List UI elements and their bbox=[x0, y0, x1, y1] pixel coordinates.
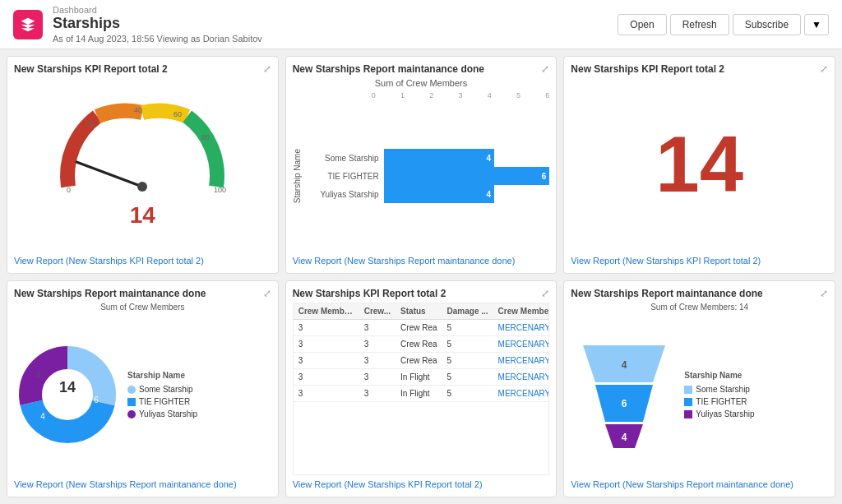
cell-status: In Flight bbox=[396, 385, 442, 401]
sum-label: Sum of Crew Members: 14 bbox=[571, 303, 828, 312]
card-title: New Starships Report maintanance done bbox=[571, 288, 820, 299]
cell-crew-member-n[interactable]: MERCENARY-00055 bbox=[493, 319, 550, 335]
legend-label-2: TIE FIGHTER bbox=[696, 397, 747, 406]
cell-status: Crew Rea bbox=[396, 352, 442, 368]
dashboard-label: Dashboard bbox=[53, 5, 262, 15]
gauge-chart: 0 20 40 60 80 100 bbox=[52, 100, 233, 199]
bar-track: 4 bbox=[384, 149, 550, 167]
svg-text:20: 20 bbox=[86, 120, 95, 128]
cell-crew-member-n[interactable]: MERCENARY-00060 bbox=[493, 385, 550, 401]
data-table: Crew Membe... Crew... Status Damage ... … bbox=[294, 303, 550, 402]
dropdown-button[interactable]: ▼ bbox=[804, 14, 829, 35]
legend-item-1: Some Starship bbox=[684, 385, 754, 394]
card-kpi-number: New Starships KPI Report total 2 ⤢ 14 Vi… bbox=[563, 56, 835, 274]
svg-text:4: 4 bbox=[36, 371, 41, 380]
subtitle: As of 14 Aug 2023, 18:56 Viewing as Dori… bbox=[53, 34, 262, 44]
bar-fill: 4 bbox=[384, 185, 495, 203]
header-left: Dashboard Starships As of 14 Aug 2023, 1… bbox=[13, 5, 262, 44]
expand-icon[interactable]: ⤢ bbox=[820, 63, 828, 75]
bar-row-2: TIE FIGHTER 6 bbox=[305, 167, 550, 185]
cell-damage: 5 bbox=[442, 319, 493, 335]
card-footer: View Report (New Starships KPI Report to… bbox=[571, 252, 828, 266]
card-footer: View Report (New Starships Report mainta… bbox=[14, 475, 271, 490]
cell-damage: 5 bbox=[442, 385, 493, 401]
open-button[interactable]: Open bbox=[618, 14, 666, 35]
legend-color-3 bbox=[684, 410, 692, 418]
view-report-link[interactable]: View Report (New Starships Report mainta… bbox=[571, 479, 793, 489]
legend-item-1: Some Starship bbox=[127, 385, 197, 394]
expand-icon[interactable]: ⤢ bbox=[820, 288, 828, 299]
view-report-link[interactable]: View Report (New Starships KPI Report to… bbox=[14, 256, 204, 266]
card-title: New Starships Report maintanance done bbox=[293, 63, 542, 75]
bar-chart-container: Sum of Crew Members 0 1 2 3 4 5 6 Starsh… bbox=[293, 78, 550, 252]
expand-icon[interactable]: ⤢ bbox=[541, 63, 549, 75]
card-title: New Starships Report maintanance done bbox=[14, 288, 263, 299]
bar-fill: 6 bbox=[384, 167, 550, 185]
svg-text:4: 4 bbox=[622, 359, 627, 371]
svg-text:6: 6 bbox=[94, 395, 99, 405]
cell-crew-member-n[interactable]: MERCENARY-00056 bbox=[493, 335, 550, 352]
bar-track: 4 bbox=[384, 185, 550, 203]
cell-crew-member-n[interactable]: MERCENARY-00061 bbox=[493, 368, 550, 385]
card-header: New Starships Report maintanance done ⤢ bbox=[571, 288, 828, 299]
svg-text:0: 0 bbox=[67, 186, 71, 194]
card-header: New Starships KPI Report total 2 ⤢ bbox=[14, 63, 271, 75]
card-bar-chart: New Starships Report maintanance done ⤢ … bbox=[285, 56, 557, 274]
view-report-link[interactable]: View Report (New Starships KPI Report to… bbox=[571, 256, 761, 266]
expand-icon[interactable]: ⤢ bbox=[263, 288, 271, 299]
col-crew-members: Crew Membe... bbox=[294, 303, 359, 320]
view-report-link[interactable]: View Report (New Starships KPI Report to… bbox=[293, 479, 483, 489]
cell-crew-members: 3 bbox=[294, 368, 359, 385]
bar-label: Yuliyas Starship bbox=[305, 190, 379, 199]
view-report-link[interactable]: View Report (New Starships Report mainta… bbox=[14, 479, 237, 489]
refresh-button[interactable]: Refresh bbox=[670, 14, 729, 35]
page-title: Starships bbox=[53, 15, 262, 33]
expand-icon[interactable]: ⤢ bbox=[263, 63, 271, 75]
subscribe-button[interactable]: Subscribe bbox=[733, 14, 801, 35]
col-crew-member-n: Crew Member N... bbox=[493, 303, 550, 320]
svg-text:60: 60 bbox=[173, 110, 182, 118]
card-title: New Starships KPI Report total 2 bbox=[14, 63, 263, 75]
cell-crew-member-n[interactable]: MERCENARY-00057 bbox=[493, 352, 550, 368]
card-title: New Starships KPI Report total 2 bbox=[293, 288, 542, 299]
chart-body: Starship Name Some Starship 4 TIE FIGHTE bbox=[293, 101, 550, 252]
cell-status: In Flight bbox=[396, 368, 442, 385]
card-donut: New Starships Report maintanance done ⤢ … bbox=[7, 280, 279, 498]
app-logo bbox=[13, 10, 43, 39]
svg-text:14: 14 bbox=[59, 379, 76, 395]
cell-status: Crew Rea bbox=[396, 319, 442, 335]
card-footer: View Report (New Starships Report mainta… bbox=[293, 252, 550, 266]
card-header: New Starships Report maintanance done ⤢ bbox=[14, 288, 271, 299]
bar-fill: 4 bbox=[384, 149, 495, 167]
sum-label: Sum of Crew Members bbox=[14, 303, 271, 312]
expand-icon[interactable]: ⤢ bbox=[541, 288, 549, 299]
donut-chart: 14 4 6 4 bbox=[14, 341, 121, 448]
gauge-container: 0 20 40 60 80 100 14 bbox=[14, 78, 271, 252]
legend-title: Starship Name bbox=[684, 371, 754, 380]
funnel-chart: 4 6 4 bbox=[571, 337, 678, 452]
svg-text:4: 4 bbox=[40, 412, 45, 421]
cell-crew: 3 bbox=[359, 319, 396, 335]
table-row: 3 3 Crew Rea 5 MERCENARY-00057 bbox=[294, 352, 550, 368]
bars-wrapper: Some Starship 4 TIE FIGHTER 6 bbox=[305, 149, 550, 203]
cell-crew-members: 3 bbox=[294, 335, 359, 352]
bar-row-1: Some Starship 4 bbox=[305, 149, 550, 167]
cell-damage: 5 bbox=[442, 368, 493, 385]
table-row: 3 3 In Flight 5 MERCENARY-00060 bbox=[294, 385, 550, 401]
bar-value: 4 bbox=[487, 154, 492, 163]
view-report-link[interactable]: View Report (New Starships Report mainta… bbox=[293, 256, 516, 266]
cell-crew-members: 3 bbox=[294, 319, 359, 335]
table-header-row: Crew Membe... Crew... Status Damage ... … bbox=[294, 303, 550, 320]
svg-line-0 bbox=[76, 162, 142, 187]
card-funnel: New Starships Report maintanance done ⤢ … bbox=[563, 280, 835, 498]
cell-damage: 5 bbox=[442, 335, 493, 352]
donut-legend: Starship Name Some Starship TIE FIGHTER … bbox=[127, 371, 197, 418]
legend-label-1: Some Starship bbox=[696, 385, 750, 394]
legend-color-1 bbox=[684, 386, 692, 394]
legend-label-1: Some Starship bbox=[139, 385, 193, 394]
title-block: Dashboard Starships As of 14 Aug 2023, 1… bbox=[53, 5, 262, 44]
cell-crew-members: 3 bbox=[294, 385, 359, 401]
legend-label-3: Yuliyas Starship bbox=[139, 409, 197, 418]
table-container[interactable]: Crew Membe... Crew... Status Damage ... … bbox=[293, 303, 550, 476]
legend-label-3: Yuliyas Starship bbox=[696, 409, 754, 418]
